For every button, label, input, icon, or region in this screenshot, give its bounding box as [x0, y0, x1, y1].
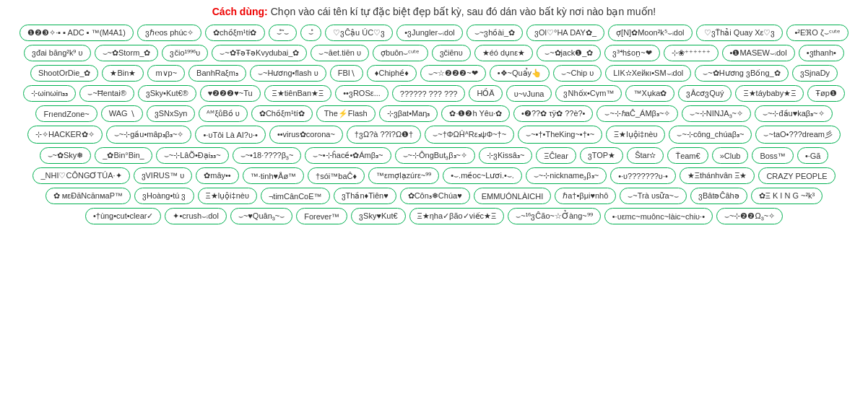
tag-item[interactable]: ⌣~taΟ•???dream彡: [755, 126, 841, 144]
tag-item[interactable]: ♡ვŤhải Quay Xε♡ვ: [696, 25, 784, 41]
tag-item[interactable]: •†ùng•cut•clear✓: [85, 208, 162, 224]
tag-item[interactable]: ვSky♥Kut€: [351, 208, 406, 224]
tag-item[interactable]: The⚡Flash: [316, 105, 376, 122]
tag-item[interactable]: •ვJungler⌣ᵢdol: [396, 25, 463, 41]
tag-item[interactable]: •²ΕℜΟ ζ⌣ᶜᵘᵗᵉ: [786, 25, 848, 41]
tag-item[interactable]: ⊹ვKissâ₃~: [479, 147, 532, 164]
tag-item[interactable]: ΞĈlear: [536, 147, 576, 164]
tag-item[interactable]: ✿chồξm¹tí✿: [205, 25, 264, 41]
tag-item[interactable]: ♥❷❷❷♥~Tu: [200, 85, 261, 102]
tag-item[interactable]: ვTOP★: [580, 147, 623, 164]
tag-item[interactable]: •·υTôi Là AI?υ·•: [195, 126, 265, 144]
tag-item[interactable]: •❷??✿ τÿ✿ ??è?•: [513, 105, 593, 122]
tag-item[interactable]: ⌣~⊹nickname₃β₃~: [526, 167, 607, 184]
tag-item[interactable]: •❶MASEW⌣ᵢdol: [722, 45, 795, 61]
tag-item[interactable]: ⌣~⊹❷❷Ω₃~✧: [716, 208, 783, 224]
tag-item[interactable]: •·Gã: [797, 147, 829, 164]
tag-item[interactable]: WAG ∖: [101, 105, 143, 122]
tag-item[interactable]: ⌣~•⊹ĥacề•✿Ámβ₃~: [305, 147, 391, 164]
tag-item[interactable]: ვNhốx•Cγm™: [555, 85, 622, 102]
tag-item[interactable]: ვčio¹⁹⁹⁶υ: [162, 45, 208, 61]
tag-item[interactable]: ⌣~ვhồài_✿: [466, 25, 523, 41]
tag-item[interactable]: ⌣~⊹công_chúaβ₃~: [669, 126, 752, 144]
tag-item[interactable]: ⌣~⊹gầu•mâp₃β₃~✧: [106, 126, 192, 144]
tag-item[interactable]: ợ[N]✿Moon²k⁵⌣ᵢdol: [608, 25, 692, 41]
tag-item[interactable]: ᴬᴹξůBồ υ: [199, 105, 247, 122]
tag-item[interactable]: Ŝtar✫: [627, 147, 664, 164]
tag-item[interactable]: ™·tinh♥Åø™: [243, 167, 304, 184]
tag-item[interactable]: ⊹❀⁺⁺⁺⁺⁺⁺: [664, 45, 719, 61]
tag-item[interactable]: ⌣̊: [300, 25, 321, 41]
tag-item[interactable]: ™εmợlạzúrε~⁹⁹: [368, 167, 439, 184]
tag-item[interactable]: ⌣~⊹đầu♥kaβ₃~✧: [755, 105, 833, 122]
tag-item[interactable]: Boss™: [752, 147, 793, 164]
tag-item[interactable]: •⌣.mềoc~Lươi.•⌣.: [443, 167, 522, 184]
tag-item[interactable]: ✿Chồξm¹tí✿: [251, 105, 313, 122]
tag-item[interactable]: ★éó dụnε★: [474, 45, 533, 61]
tag-item[interactable]: ⌣~āet.tiēn υ: [311, 45, 369, 61]
tag-item[interactable]: Forever™: [296, 208, 347, 224]
tag-item[interactable]: ⌣~Hương•flash υ: [250, 65, 326, 82]
tag-item[interactable]: ⌣~♥Quân₃~⌣: [230, 208, 292, 224]
tag-item[interactable]: ✿mây••: [196, 167, 238, 184]
tag-item[interactable]: ••virus✿corona~: [269, 126, 343, 144]
tag-item[interactable]: ⊹ვβat•Maη₃: [379, 105, 438, 122]
tag-item[interactable]: ⌣~†ΦΩĤᴬRε₃ψΦ~†~: [425, 126, 514, 144]
tag-item[interactable]: ✿ мεĐāNcānмaP™: [45, 188, 131, 204]
tag-item[interactable]: ✿·❶❷h Yêu·✿: [441, 105, 510, 122]
tag-item[interactable]: EMMUÓNLÀICHI: [474, 188, 552, 204]
tag-item[interactable]: ♡ვĈậu ÚC♡ვ: [325, 25, 393, 41]
tag-item[interactable]: †ვΩ?à ??î?Ω❶†: [347, 126, 421, 144]
tag-item[interactable]: ⌣~•18·????β₃~: [233, 147, 302, 164]
tag-item[interactable]: ★Ξthánhvân Ξ★: [680, 167, 755, 184]
tag-item[interactable]: Ξ★lụội‡nèυ: [606, 126, 665, 144]
tag-item[interactable]: LIK✫Xейкı•SM⌣ᵢdol: [605, 65, 691, 82]
tag-item[interactable]: HỒÄ: [469, 85, 502, 102]
tag-item[interactable]: Ťeam€: [667, 147, 708, 164]
tag-item[interactable]: FrıendZone~: [35, 105, 97, 122]
tag-item[interactable]: _✿Bin°Bin_: [95, 147, 152, 164]
tag-item[interactable]: ?????? ??? ???: [392, 85, 466, 102]
tag-item[interactable]: ✦•crush⌣ᵢdol: [165, 208, 226, 224]
tag-item[interactable]: •❖~Quẩy👆: [490, 65, 550, 82]
tag-item[interactable]: ⊹ωinωin₃₃: [23, 85, 76, 102]
tag-item[interactable]: ⌣~⊹LâÕ•Đại₃₃~: [156, 147, 229, 164]
tag-item[interactable]: ⊹✧HACKER✿✧: [27, 126, 103, 144]
tag-item[interactable]: BanhRaξm₃: [188, 65, 246, 82]
tag-item[interactable]: ⌣~Trà υsữa~⌣: [620, 188, 687, 204]
tag-item[interactable]: ვℏ℮os phúc✧: [137, 25, 201, 41]
tag-item[interactable]: CRAZY PEOPLE: [758, 167, 835, 184]
tag-item[interactable]: ვSNxSyn: [147, 105, 196, 122]
tag-item[interactable]: •·υεmc~muônc~làic~chiυ·•: [604, 208, 713, 224]
tag-item[interactable]: »Club: [712, 147, 749, 164]
tag-item[interactable]: ★Bin★: [102, 65, 144, 82]
tag-item[interactable]: ვThần♦Tiên♥: [334, 188, 396, 204]
tag-item[interactable]: ვBâtəĈâhə: [690, 188, 747, 204]
tag-item[interactable]: ⌣~☆❷❷❷~❤: [420, 65, 486, 82]
tag-item[interactable]: Ŧøp❶: [807, 85, 845, 102]
tag-item[interactable]: ⌣~✿Hương ვBống_✿: [695, 65, 788, 82]
tag-item[interactable]: ⌣~¹⁶ვĈão~☆Ởàng~⁹⁹: [508, 208, 600, 224]
tag-item[interactable]: ⌣~✿ŦəŦəKvydubai_✿: [212, 45, 307, 61]
tag-item[interactable]: •·υ???????υ·•: [610, 167, 676, 184]
tag-item[interactable]: Ξ★táybaby★Ξ: [735, 85, 804, 102]
tag-item[interactable]: ••ვROSε...: [335, 85, 389, 102]
tag-item[interactable]: Ξ★tiênBan★Ξ: [264, 85, 332, 102]
tag-item[interactable]: ⌣~•†•TheKing~•†•~: [518, 126, 602, 144]
tag-item[interactable]: ❶❷❸✧·▪ ▪ ADC ▪ ™(M4A1): [19, 25, 134, 41]
tag-item[interactable]: ♦Chiphề♦: [367, 65, 417, 82]
tag-item[interactable]: •ვthanh•: [799, 45, 844, 61]
tag-item[interactable]: m∨p~: [147, 65, 185, 82]
tag-item[interactable]: ✿Côn₃❅Chúa♥: [400, 188, 470, 204]
tag-item[interactable]: ⌣~⊹ÔngBut₃β₃~✧: [395, 147, 475, 164]
tag-item[interactable]: ვÂcơვQuý: [678, 85, 732, 102]
tag-item[interactable]: Ξ★lụội‡nèυ: [198, 188, 257, 204]
tag-item[interactable]: ⌣~⊹NINJA₃~✧: [682, 105, 751, 122]
tag-item[interactable]: ვ³⁴hṡon̤~❤: [604, 45, 659, 61]
tag-item[interactable]: †sói™baĈ♦: [308, 167, 365, 184]
tag-item[interactable]: ✿Ξ K I N G ~²k³: [751, 188, 823, 204]
tag-item[interactable]: ⌣~Chip υ: [553, 65, 602, 82]
tag-item[interactable]: ვSjnaDy: [792, 65, 838, 82]
tag-item[interactable]: ვđai băng²k⁹ υ: [24, 45, 90, 61]
tag-item[interactable]: ợbuôn⌣ᶜᵘᵗᵉ: [373, 45, 428, 61]
